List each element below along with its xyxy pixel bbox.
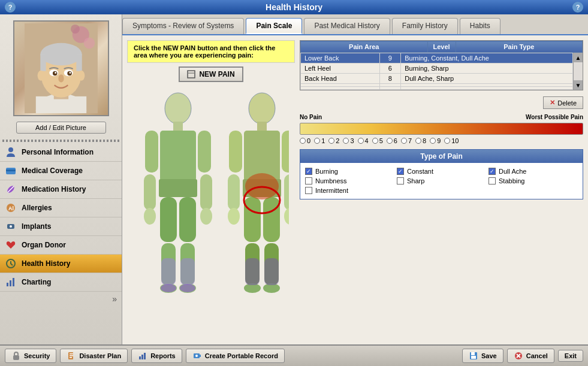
doc-icon	[67, 351, 76, 361]
svg-rect-59	[229, 131, 242, 173]
checkbox-numbness[interactable]: Numbness	[305, 177, 394, 184]
instruction-text: Click the NEW PAIN button and then click…	[127, 40, 295, 63]
svg-rect-10	[76, 55, 82, 71]
svg-point-85	[195, 355, 198, 357]
reports-button[interactable]: Reports	[131, 349, 182, 363]
content-area: Symptoms - Review of Systems Pain Scale …	[122, 14, 588, 344]
svg-point-17	[58, 74, 64, 82]
pain-radio-10[interactable]: 10	[444, 137, 459, 144]
tab-symptoms[interactable]: Symptoms - Review of Systems	[122, 18, 244, 34]
pain-radio-3[interactable]: 3	[343, 137, 354, 144]
svg-rect-33	[188, 71, 195, 78]
table-scroll-wrapper: Lower Back 9 Burning, Constant, Dull Ach…	[300, 53, 583, 90]
pain-radio-8[interactable]: 8	[415, 137, 426, 144]
body-svg[interactable]	[133, 90, 289, 344]
tab-family-history[interactable]: Family History	[392, 18, 458, 34]
tab-habits[interactable]: Habits	[460, 18, 500, 34]
svg-rect-82	[144, 353, 146, 359]
svg-rect-39	[145, 131, 158, 173]
pain-scale-section: No Pain Worst Possible Pain 0 1 2 3 4 5 …	[300, 114, 583, 144]
sidebar-item-health-history[interactable]: Health History	[0, 255, 122, 273]
pain-type-grid: Burning Constant Dull Ache Numbness	[300, 163, 583, 199]
help-icon-left[interactable]: ?	[5, 2, 16, 13]
pill-icon	[5, 183, 17, 195]
checkbox-dull-ache[interactable]: Dull Ache	[489, 168, 578, 175]
pain-radio-4[interactable]: 4	[358, 137, 369, 144]
title-bar: ? Health History ?	[0, 0, 588, 14]
patient-photo	[13, 20, 109, 116]
delete-icon: ✕	[550, 99, 555, 107]
add-edit-picture-button[interactable]: Add / Edit Picture	[16, 122, 106, 134]
pain-radio-0[interactable]: 0	[300, 137, 310, 144]
security-button[interactable]: Security	[5, 349, 56, 363]
bottom-bar: Security Disaster Plan Reports Create Po…	[0, 344, 588, 366]
cancel-icon	[514, 351, 523, 361]
svg-rect-41	[144, 174, 156, 210]
sidebar-more: »	[0, 292, 122, 306]
svg-point-15	[55, 72, 56, 74]
table-row[interactable]: Back Head 8 Dull Ache, Sharp	[301, 74, 573, 84]
checkbox-burning-box[interactable]	[305, 168, 312, 175]
checkbox-intermittent-box[interactable]	[305, 187, 312, 194]
svg-point-64	[284, 208, 289, 225]
sidebar-label-medical: Medical Coverage	[22, 167, 83, 175]
pain-radio-5[interactable]: 5	[372, 137, 383, 144]
new-pain-icon	[187, 70, 195, 78]
svg-rect-62	[284, 174, 289, 210]
exit-button[interactable]: Exit	[558, 350, 583, 362]
more-icon[interactable]: »	[112, 294, 117, 304]
pain-radio-6[interactable]: 6	[387, 137, 397, 144]
pain-radio-2[interactable]: 2	[328, 137, 339, 144]
svg-point-2	[83, 37, 95, 49]
checkbox-constant-box[interactable]	[397, 168, 404, 175]
checkbox-constant[interactable]: Constant	[397, 168, 486, 175]
table-row[interactable]: Lower Back 9 Burning, Constant, Dull Ach…	[301, 53, 573, 63]
svg-point-28	[10, 225, 12, 228]
pain-radio-9[interactable]: 9	[430, 137, 441, 144]
sidebar-item-charting[interactable]: Charting	[0, 273, 122, 292]
table-row[interactable]: Left Heel 6 Burning, Sharp	[301, 63, 573, 74]
table-scrollbar[interactable]: ▲ ▼	[573, 53, 583, 90]
sidebar: Add / Edit Picture Personal Information …	[0, 14, 122, 344]
sidebar-item-organ-donor[interactable]: Organ Donor	[0, 236, 122, 255]
cancel-button[interactable]: Cancel	[507, 349, 554, 363]
sidebar-item-personal-information[interactable]: Personal Information	[0, 143, 122, 162]
checkbox-sharp-box[interactable]	[397, 177, 404, 184]
new-pain-button[interactable]: NEW PAIN	[179, 66, 243, 82]
table-row[interactable]	[301, 87, 573, 90]
sidebar-item-medical-coverage[interactable]: Medical Coverage	[0, 162, 122, 180]
create-portable-button[interactable]: Create Portable Record	[186, 349, 285, 363]
checkbox-sharp[interactable]: Sharp	[397, 177, 486, 184]
body-diagram[interactable]	[127, 90, 295, 344]
patient-avatar-svg	[22, 23, 100, 113]
pain-scale-labels: No Pain Worst Possible Pain	[300, 114, 583, 120]
sidebar-item-medication-history[interactable]: Medication History	[0, 180, 122, 199]
svg-point-55	[249, 93, 275, 124]
svg-rect-61	[228, 174, 240, 210]
checkbox-dull-ache-box[interactable]	[489, 168, 496, 175]
svg-rect-80	[139, 356, 141, 359]
checkbox-burning[interactable]: Burning	[305, 168, 394, 175]
delete-button[interactable]: ✕ Delete	[543, 96, 583, 109]
checkbox-stabbing-box[interactable]	[489, 177, 496, 184]
sidebar-label-implants: Implants	[22, 222, 51, 231]
svg-point-35	[165, 93, 191, 124]
pain-type-section: Type of Pain Burning Constant Dull Ac	[300, 149, 583, 199]
pain-radio-7[interactable]: 7	[401, 137, 412, 144]
sidebar-item-allergies[interactable]: Al Allergies	[0, 199, 122, 217]
save-button[interactable]: Save	[462, 349, 503, 363]
tab-past-medical[interactable]: Past Medical History	[304, 18, 390, 34]
checkbox-numbness-box[interactable]	[305, 177, 312, 184]
checkbox-stabbing[interactable]: Stabbing	[489, 177, 578, 184]
svg-point-63	[228, 208, 240, 225]
checkbox-intermittent[interactable]: Intermittent	[305, 187, 394, 194]
tab-pain-scale[interactable]: Pain Scale	[246, 18, 302, 34]
col-pain-area: Pain Area	[301, 41, 428, 53]
sidebar-item-implants[interactable]: Implants	[0, 217, 122, 236]
pain-scale-bar	[300, 123, 583, 135]
svg-rect-32	[13, 278, 14, 286]
help-icon-right[interactable]: ?	[572, 2, 583, 13]
disaster-plan-button[interactable]: Disaster Plan	[60, 349, 128, 363]
worst-pain-label: Worst Possible Pain	[526, 114, 583, 120]
pain-radio-1[interactable]: 1	[314, 137, 325, 144]
